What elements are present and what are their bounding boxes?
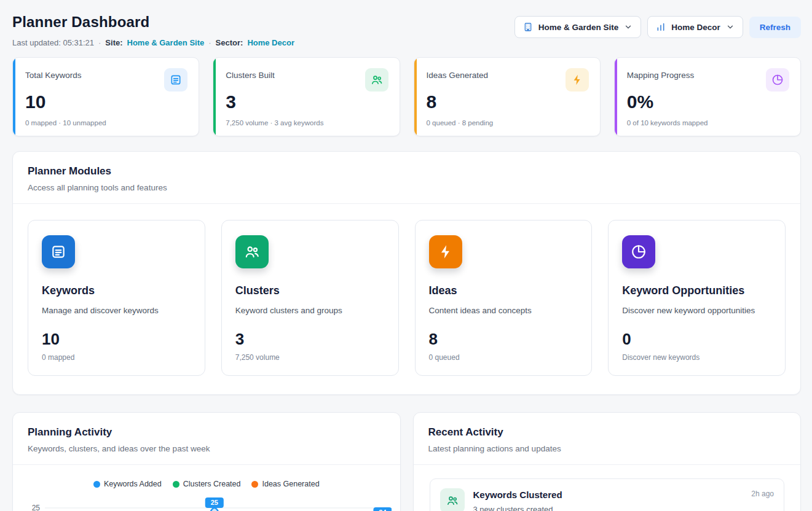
refresh-button[interactable]: Refresh <box>749 17 801 38</box>
meta-separator: · <box>98 38 101 47</box>
stat-subtext: 7,250 volume · 3 avg keywords <box>226 119 388 127</box>
module-card-keyword-opportunities[interactable]: Keyword Opportunities Discover new keywo… <box>608 220 786 376</box>
sector-link[interactable]: Home Decor <box>247 38 294 47</box>
legend-label: Clusters Created <box>183 480 241 488</box>
stat-value: 0% <box>627 92 789 112</box>
users-icon <box>365 68 388 92</box>
module-card-ideas[interactable]: Ideas Content ideas and concepts 8 0 que… <box>415 220 593 376</box>
site-label: Site: <box>105 38 122 47</box>
modules-grid: Keywords Manage and discover keywords 10… <box>13 204 800 394</box>
module-description: Discover new keyword opportunities <box>622 306 771 315</box>
module-value: 8 <box>429 330 578 349</box>
modules-title: Planner Modules <box>28 165 786 177</box>
document-icon <box>164 68 187 92</box>
stat-subtext: 0 mapped · 10 unmapped <box>25 119 187 127</box>
module-title: Clusters <box>235 284 385 297</box>
recent-activity-panel: Recent Activity Latest planning actions … <box>413 412 802 511</box>
module-title: Ideas <box>429 284 578 297</box>
module-card-clusters[interactable]: Clusters Keyword clusters and groups 3 7… <box>221 220 399 376</box>
stat-card-mapping-progress: Mapping Progress 0% 0 of 10 keywords map… <box>614 57 801 136</box>
module-title: Keywords <box>42 284 191 297</box>
planning-activity-subtitle: Keywords, clusters, and ideas over the p… <box>28 444 385 453</box>
divider <box>414 464 801 465</box>
meta-separator: · <box>208 38 211 47</box>
recent-activity-title: Recent Activity <box>428 426 786 439</box>
legend-dot <box>93 481 100 488</box>
page-meta: Last updated: 05:31:21 · Site: Home & Ga… <box>12 38 294 47</box>
legend-dot <box>173 481 179 488</box>
y-axis-tick: 25 <box>32 504 41 511</box>
area-chart: 25 25 24 <box>13 491 400 511</box>
module-subtext: 0 queued <box>429 353 578 362</box>
module-value: 0 <box>622 330 771 349</box>
chevron-down-icon <box>624 23 633 31</box>
svg-text:25: 25 <box>211 499 218 507</box>
lightning-icon <box>429 235 462 268</box>
page-title: Planner Dashboard <box>12 14 294 31</box>
planner-dashboard-page: Planner Dashboard Last updated: 05:31:21… <box>0 0 812 511</box>
module-description: Manage and discover keywords <box>42 306 191 315</box>
module-title: Keyword Opportunities <box>622 284 771 297</box>
title-block: Planner Dashboard Last updated: 05:31:21… <box>12 11 294 47</box>
building-icon <box>523 22 533 32</box>
stat-label: Clusters Built <box>226 68 275 80</box>
pie-chart-icon <box>766 68 789 92</box>
recent-activity-subtitle: Latest planning actions and updates <box>428 444 786 453</box>
module-subtext: 0 mapped <box>42 353 191 362</box>
sector-selector-label: Home Decor <box>671 23 720 32</box>
activity-item-description: 3 new clusters created <box>473 505 562 511</box>
stat-card-ideas-generated: Ideas Generated 8 0 queued · 8 pending <box>414 57 601 136</box>
stat-label: Total Keywords <box>25 68 82 80</box>
legend-label: Ideas Generated <box>262 480 319 488</box>
stat-label: Mapping Progress <box>627 68 695 80</box>
module-description: Keyword clusters and groups <box>235 306 385 315</box>
last-updated: Last updated: 05:31:21 <box>12 38 94 47</box>
stat-subtext: 0 of 10 keywords mapped <box>627 119 789 127</box>
modules-subtitle: Access all planning tools and features <box>28 183 786 192</box>
pie-chart-icon <box>622 235 655 268</box>
chart-legend: Keywords Added Clusters Created Ideas Ge… <box>13 465 400 491</box>
module-subtext: Discover new keywords <box>622 353 771 362</box>
header-controls: Home & Garden Site Home Decor Refresh <box>514 16 801 38</box>
planner-modules-section: Planner Modules Access all planning tool… <box>12 151 801 395</box>
lightning-icon <box>566 68 589 92</box>
activity-list-item: Keywords Clustered 3 new clusters create… <box>430 478 785 511</box>
chevron-down-icon <box>726 23 735 31</box>
activity-item-timestamp: 2h ago <box>751 488 774 498</box>
site-link[interactable]: Home & Garden Site <box>127 38 205 47</box>
stat-label: Ideas Generated <box>427 68 489 80</box>
bottom-row: Planning Activity Keywords, clusters, an… <box>12 412 801 511</box>
module-value: 10 <box>42 330 191 349</box>
module-card-keywords[interactable]: Keywords Manage and discover keywords 10… <box>28 220 205 376</box>
planning-activity-title: Planning Activity <box>28 426 385 439</box>
module-subtext: 7,250 volume <box>235 353 385 362</box>
sector-label: Sector: <box>216 38 243 47</box>
sector-selector-dropdown[interactable]: Home Decor <box>647 16 743 38</box>
site-selector-dropdown[interactable]: Home & Garden Site <box>514 16 642 38</box>
legend-item-ideas-generated: Ideas Generated <box>251 480 319 488</box>
activity-item-title: Keywords Clustered <box>473 490 562 500</box>
point-label-badge: 25 <box>205 497 224 508</box>
legend-dot <box>251 481 258 488</box>
users-icon <box>440 488 465 511</box>
users-icon <box>235 235 269 268</box>
planning-activity-panel: Planning Activity Keywords, clusters, an… <box>12 412 401 511</box>
site-selector-label: Home & Garden Site <box>538 23 619 32</box>
module-value: 3 <box>235 330 385 349</box>
legend-item-clusters-created: Clusters Created <box>173 480 241 488</box>
stat-card-clusters-built: Clusters Built 3 7,250 volume · 3 avg ke… <box>213 57 400 136</box>
module-description: Content ideas and concepts <box>429 306 578 315</box>
stats-row: Total Keywords 10 0 mapped · 10 unmapped… <box>12 57 801 136</box>
legend-item-keywords-added: Keywords Added <box>93 480 162 488</box>
svg-text:24: 24 <box>379 509 387 511</box>
point-label-badge: 24 <box>373 507 391 511</box>
planning-activity-chart-svg: 25 25 24 <box>22 494 392 511</box>
stat-value: 3 <box>226 92 388 112</box>
stat-subtext: 0 queued · 8 pending <box>427 119 589 127</box>
legend-label: Keywords Added <box>104 480 162 488</box>
stat-value: 8 <box>427 92 589 112</box>
stat-value: 10 <box>25 92 187 112</box>
document-icon <box>42 235 75 268</box>
stat-card-total-keywords: Total Keywords 10 0 mapped · 10 unmapped <box>12 57 199 136</box>
bar-chart-icon <box>656 22 666 32</box>
